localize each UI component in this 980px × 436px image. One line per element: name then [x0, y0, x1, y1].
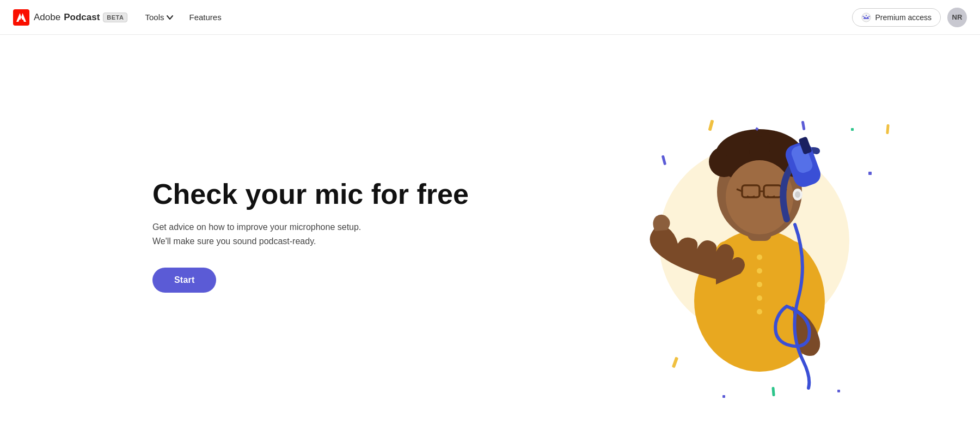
premium-access-label: Premium access: [875, 13, 932, 22]
crown-icon: [861, 13, 871, 22]
svg-point-2: [862, 16, 863, 17]
premium-access-button[interactable]: Premium access: [852, 8, 941, 27]
nav-tools-label: Tools: [145, 13, 164, 22]
adobe-logo-icon: [13, 9, 29, 26]
svg-point-18: [726, 139, 750, 163]
svg-point-3: [865, 15, 866, 16]
nav-features[interactable]: Features: [189, 13, 221, 22]
hero-right-panel: [539, 35, 980, 436]
hero-subtitle-line1: Get advice on how to improve your microp…: [152, 222, 361, 232]
nav-features-label: Features: [189, 13, 221, 22]
hero-subtitle: Get advice on how to improve your microp…: [152, 220, 506, 248]
brand-logo[interactable]: Adobe Podcast BETA: [13, 9, 127, 26]
start-button[interactable]: Start: [152, 268, 216, 293]
brand-text: Adobe Podcast BETA: [34, 12, 127, 23]
svg-point-10: [757, 282, 762, 287]
hero-subtitle-line2: We'll make sure you sound podcast-ready.: [152, 237, 316, 246]
svg-rect-40: [672, 357, 678, 368]
svg-point-4: [868, 16, 869, 17]
nav-links: Tools Features: [145, 13, 852, 22]
svg-point-9: [757, 268, 762, 274]
svg-point-11: [757, 295, 762, 301]
svg-rect-0: [13, 9, 29, 26]
nav-tools[interactable]: Tools: [145, 13, 174, 22]
user-avatar[interactable]: NR: [947, 8, 967, 27]
svg-point-12: [757, 309, 762, 314]
hero-title: Check your mic for free: [152, 178, 506, 211]
svg-rect-37: [661, 155, 666, 166]
svg-rect-34: [801, 121, 806, 131]
navbar: Adobe Podcast BETA Tools Features Pre: [0, 0, 980, 35]
hero-left-panel: Check your mic for free Get advice on ho…: [0, 178, 539, 293]
svg-rect-44: [837, 390, 840, 392]
svg-rect-38: [868, 172, 872, 175]
avatar-initials: NR: [952, 13, 963, 21]
svg-rect-36: [886, 124, 890, 134]
brand-adobe-label: Adobe: [34, 12, 60, 23]
svg-point-1: [861, 13, 870, 21]
navbar-right: Premium access NR: [852, 8, 967, 27]
illustration-wrapper: [629, 72, 890, 399]
svg-point-28: [795, 191, 800, 198]
beta-badge: BETA: [103, 13, 127, 22]
svg-rect-41: [722, 395, 725, 398]
main-content: Check your mic for free Get advice on ho…: [0, 35, 980, 436]
svg-rect-32: [708, 120, 714, 131]
svg-point-8: [757, 255, 762, 260]
hero-illustration: [629, 72, 890, 399]
brand-podcast-label: Podcast: [64, 12, 100, 23]
svg-rect-35: [851, 128, 854, 131]
svg-point-20: [749, 136, 770, 158]
svg-rect-42: [771, 387, 775, 396]
chevron-down-icon: [166, 14, 174, 21]
